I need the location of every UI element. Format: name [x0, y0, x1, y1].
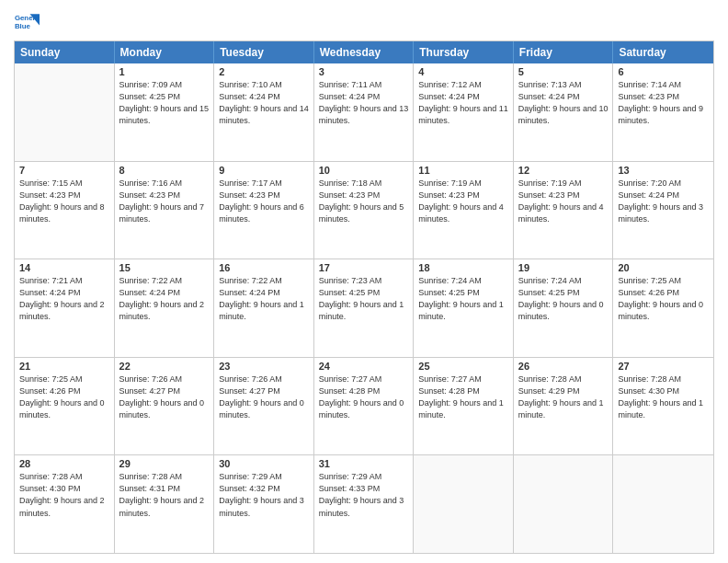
- header: General Blue: [14, 9, 714, 35]
- calendar-row: 14Sunrise: 7:21 AMSunset: 4:24 PMDayligh…: [15, 259, 713, 357]
- day-number: 15: [119, 262, 210, 273]
- calendar-cell: 11Sunrise: 7:19 AMSunset: 4:23 PMDayligh…: [414, 162, 514, 259]
- calendar-cell: 3Sunrise: 7:11 AMSunset: 4:24 PMDaylight…: [314, 63, 415, 161]
- calendar-row: 21Sunrise: 7:25 AMSunset: 4:26 PMDayligh…: [15, 357, 713, 455]
- weekday-header: Sunday: [15, 41, 115, 63]
- calendar-cell: 30Sunrise: 7:29 AMSunset: 4:32 PMDayligh…: [214, 455, 314, 553]
- day-number: 7: [19, 165, 109, 176]
- calendar-cell: 8Sunrise: 7:16 AMSunset: 4:23 PMDaylight…: [115, 162, 215, 259]
- calendar-cell: 29Sunrise: 7:28 AMSunset: 4:31 PMDayligh…: [115, 455, 215, 553]
- cell-info: Sunrise: 7:17 AMSunset: 4:23 PMDaylight:…: [219, 178, 309, 225]
- cell-info: Sunrise: 7:22 AMSunset: 4:24 PMDaylight:…: [219, 275, 309, 323]
- day-number: 24: [319, 361, 409, 372]
- day-number: 30: [219, 458, 309, 469]
- calendar-cell: 9Sunrise: 7:17 AMSunset: 4:23 PMDaylight…: [214, 162, 314, 259]
- cell-info: Sunrise: 7:27 AMSunset: 4:28 PMDaylight:…: [418, 373, 508, 421]
- cell-info: Sunrise: 7:29 AMSunset: 4:32 PMDaylight:…: [219, 471, 309, 519]
- day-number: 17: [319, 262, 409, 273]
- cell-info: Sunrise: 7:24 AMSunset: 4:25 PMDaylight:…: [518, 275, 609, 323]
- day-number: 21: [19, 361, 109, 372]
- day-number: 16: [219, 262, 309, 273]
- cell-info: Sunrise: 7:24 AMSunset: 4:25 PMDaylight:…: [418, 275, 508, 323]
- calendar-cell: 20Sunrise: 7:25 AMSunset: 4:26 PMDayligh…: [613, 259, 713, 357]
- day-number: 26: [518, 361, 609, 372]
- calendar-cell: 4Sunrise: 7:12 AMSunset: 4:24 PMDaylight…: [414, 63, 514, 161]
- cell-info: Sunrise: 7:20 AMSunset: 4:24 PMDaylight:…: [618, 178, 709, 225]
- day-number: 22: [119, 361, 210, 372]
- weekday-header: Thursday: [414, 41, 514, 63]
- calendar-cell: [15, 63, 115, 161]
- day-number: 28: [19, 458, 109, 469]
- cell-info: Sunrise: 7:16 AMSunset: 4:23 PMDaylight:…: [119, 178, 210, 225]
- day-number: 11: [418, 165, 508, 176]
- cell-info: Sunrise: 7:26 AMSunset: 4:27 PMDaylight:…: [219, 373, 309, 421]
- day-number: 29: [119, 458, 210, 469]
- svg-text:General: General: [15, 14, 40, 22]
- day-number: 1: [119, 66, 210, 77]
- cell-info: Sunrise: 7:09 AMSunset: 4:25 PMDaylight:…: [119, 79, 210, 127]
- calendar-cell: 26Sunrise: 7:28 AMSunset: 4:29 PMDayligh…: [514, 358, 614, 455]
- day-number: 27: [618, 361, 709, 372]
- calendar-cell: 31Sunrise: 7:29 AMSunset: 4:33 PMDayligh…: [314, 455, 415, 553]
- calendar-cell: 7Sunrise: 7:15 AMSunset: 4:23 PMDaylight…: [15, 162, 115, 259]
- calendar-row: 7Sunrise: 7:15 AMSunset: 4:23 PMDaylight…: [15, 161, 713, 259]
- day-number: 6: [618, 66, 709, 77]
- cell-info: Sunrise: 7:18 AMSunset: 4:23 PMDaylight:…: [319, 178, 409, 225]
- day-number: 23: [219, 361, 309, 372]
- weekday-header: Wednesday: [314, 41, 415, 63]
- calendar-cell: 18Sunrise: 7:24 AMSunset: 4:25 PMDayligh…: [414, 259, 514, 357]
- calendar: SundayMondayTuesdayWednesdayThursdayFrid…: [14, 40, 714, 554]
- calendar-cell: 6Sunrise: 7:14 AMSunset: 4:23 PMDaylight…: [613, 63, 713, 161]
- calendar-header: SundayMondayTuesdayWednesdayThursdayFrid…: [15, 41, 713, 63]
- day-number: 20: [618, 262, 709, 273]
- calendar-cell: 21Sunrise: 7:25 AMSunset: 4:26 PMDayligh…: [15, 358, 115, 455]
- day-number: 31: [319, 458, 409, 469]
- day-number: 25: [418, 361, 508, 372]
- cell-info: Sunrise: 7:29 AMSunset: 4:33 PMDaylight:…: [319, 471, 409, 519]
- calendar-cell: 1Sunrise: 7:09 AMSunset: 4:25 PMDaylight…: [115, 63, 215, 161]
- cell-info: Sunrise: 7:25 AMSunset: 4:26 PMDaylight:…: [19, 373, 109, 421]
- cell-info: Sunrise: 7:23 AMSunset: 4:25 PMDaylight:…: [319, 275, 409, 323]
- calendar-cell: 24Sunrise: 7:27 AMSunset: 4:28 PMDayligh…: [314, 358, 415, 455]
- svg-text:Blue: Blue: [15, 22, 31, 30]
- calendar-cell: 10Sunrise: 7:18 AMSunset: 4:23 PMDayligh…: [314, 162, 415, 259]
- day-number: 8: [119, 165, 210, 176]
- cell-info: Sunrise: 7:22 AMSunset: 4:24 PMDaylight:…: [119, 275, 210, 323]
- cell-info: Sunrise: 7:14 AMSunset: 4:23 PMDaylight:…: [618, 79, 709, 127]
- cell-info: Sunrise: 7:19 AMSunset: 4:23 PMDaylight:…: [418, 178, 508, 225]
- day-number: 4: [418, 66, 508, 77]
- logo-icon: General Blue: [14, 9, 40, 35]
- cell-info: Sunrise: 7:28 AMSunset: 4:30 PMDaylight:…: [19, 471, 109, 519]
- cell-info: Sunrise: 7:11 AMSunset: 4:24 PMDaylight:…: [319, 79, 409, 127]
- cell-info: Sunrise: 7:28 AMSunset: 4:31 PMDaylight:…: [119, 471, 210, 519]
- calendar-cell: 19Sunrise: 7:24 AMSunset: 4:25 PMDayligh…: [514, 259, 614, 357]
- day-number: 12: [518, 165, 609, 176]
- calendar-cell: 25Sunrise: 7:27 AMSunset: 4:28 PMDayligh…: [414, 358, 514, 455]
- calendar-body: 1Sunrise: 7:09 AMSunset: 4:25 PMDaylight…: [15, 63, 713, 553]
- calendar-cell: 2Sunrise: 7:10 AMSunset: 4:24 PMDaylight…: [214, 63, 314, 161]
- weekday-header: Tuesday: [214, 41, 314, 63]
- day-number: 3: [319, 66, 409, 77]
- calendar-row: 28Sunrise: 7:28 AMSunset: 4:30 PMDayligh…: [15, 454, 713, 553]
- day-number: 5: [518, 66, 609, 77]
- day-number: 13: [618, 165, 709, 176]
- day-number: 18: [418, 262, 508, 273]
- cell-info: Sunrise: 7:10 AMSunset: 4:24 PMDaylight:…: [219, 79, 309, 127]
- calendar-cell: 16Sunrise: 7:22 AMSunset: 4:24 PMDayligh…: [214, 259, 314, 357]
- calendar-cell: 15Sunrise: 7:22 AMSunset: 4:24 PMDayligh…: [115, 259, 215, 357]
- calendar-cell: 23Sunrise: 7:26 AMSunset: 4:27 PMDayligh…: [214, 358, 314, 455]
- day-number: 9: [219, 165, 309, 176]
- weekday-header: Monday: [115, 41, 215, 63]
- cell-info: Sunrise: 7:28 AMSunset: 4:29 PMDaylight:…: [518, 373, 609, 421]
- day-number: 14: [19, 262, 109, 273]
- cell-info: Sunrise: 7:15 AMSunset: 4:23 PMDaylight:…: [19, 178, 109, 225]
- day-number: 2: [219, 66, 309, 77]
- weekday-header: Saturday: [613, 41, 713, 63]
- calendar-cell: 28Sunrise: 7:28 AMSunset: 4:30 PMDayligh…: [15, 455, 115, 553]
- page: General Blue SundayMondayTuesdayWednesda…: [0, 0, 728, 563]
- calendar-row: 1Sunrise: 7:09 AMSunset: 4:25 PMDaylight…: [15, 63, 713, 161]
- cell-info: Sunrise: 7:28 AMSunset: 4:30 PMDaylight:…: [618, 373, 709, 421]
- cell-info: Sunrise: 7:12 AMSunset: 4:24 PMDaylight:…: [418, 79, 508, 127]
- day-number: 10: [319, 165, 409, 176]
- calendar-cell: 14Sunrise: 7:21 AMSunset: 4:24 PMDayligh…: [15, 259, 115, 357]
